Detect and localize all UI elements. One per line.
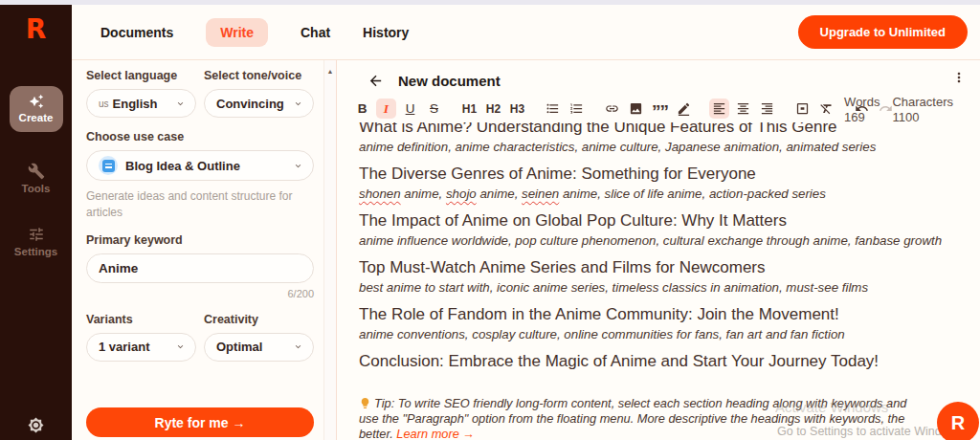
heading1-button[interactable]: H1 <box>459 99 479 119</box>
write-settings-panel: Select language Select tone/voice us Eng… <box>72 60 323 440</box>
keyword-label: Primary keyword <box>86 233 314 247</box>
more-options-icon[interactable] <box>951 70 967 85</box>
document-stats: Words169 Characters1100 <box>844 95 953 125</box>
doc-heading[interactable]: The Impact of Anime on Global Pop Cultur… <box>359 210 962 231</box>
heading2-button[interactable]: H2 <box>483 99 503 119</box>
numbered-list-icon[interactable] <box>567 99 587 119</box>
doc-keywords-line[interactable]: anime conventions, cosplay culture, onli… <box>359 326 962 343</box>
sun-icon <box>28 417 44 433</box>
lightbulb-icon <box>359 397 371 409</box>
doc-heading[interactable]: The Role of Fandom in the Anime Communit… <box>359 304 962 325</box>
usecase-label: Choose use case <box>86 130 314 143</box>
theme-toggle[interactable] <box>0 417 72 433</box>
creativity-label: Creativity <box>204 313 314 326</box>
tone-value: Convincing <box>216 97 284 111</box>
sidebar-item-tools[interactable]: Tools <box>10 155 63 203</box>
sliders-icon <box>28 226 45 243</box>
document-content[interactable]: What is Anime? Understanding the Unique … <box>359 122 962 373</box>
document-title[interactable]: New document <box>398 73 501 89</box>
image-icon[interactable] <box>626 99 646 119</box>
creativity-value: Optimal <box>216 340 262 354</box>
creativity-select[interactable]: Optimal <box>204 333 314 362</box>
keyword-counter: 6/200 <box>86 288 314 299</box>
keyword-input[interactable] <box>86 253 314 283</box>
align-right-icon[interactable] <box>757 99 777 119</box>
chevron-down-icon <box>293 99 303 109</box>
doc-heading[interactable]: The Diverse Genres of Anime: Something f… <box>359 164 962 185</box>
learn-more-link[interactable]: Learn more → <box>396 427 475 440</box>
usecase-help-text: Generate ideas and content structure for… <box>86 188 314 221</box>
underline-button[interactable]: U <box>400 99 420 119</box>
tab-chat[interactable]: Chat <box>301 25 330 40</box>
upgrade-button[interactable]: Upgrade to Unlimited <box>798 15 968 49</box>
doc-keywords-line[interactable]: shonen anime, shojo anime, seinen anime,… <box>359 186 962 203</box>
align-center-icon[interactable] <box>733 99 753 119</box>
tone-label: Select tone/voice <box>204 69 314 82</box>
top-navigation: Documents Write Chat History Upgrade to … <box>72 5 980 60</box>
sidebar-item-label: Settings <box>14 246 57 257</box>
language-value: English <box>113 97 158 111</box>
usecase-select[interactable]: Blog Idea & Outline <box>86 150 314 181</box>
link-icon[interactable] <box>602 99 622 119</box>
back-arrow-icon[interactable] <box>368 73 384 89</box>
language-label: Select language <box>86 69 196 82</box>
doc-keywords-line[interactable]: anime definition, anime characteristics,… <box>359 139 962 156</box>
scroll-up-arrow-icon: ▲ <box>327 68 334 75</box>
strikethrough-button[interactable]: S <box>424 99 444 119</box>
sidebar: R Create Tools Settings <box>0 5 72 440</box>
language-select[interactable]: us English <box>86 89 196 118</box>
embed-box-icon[interactable] <box>792 99 813 119</box>
language-flag: us <box>99 99 109 109</box>
tab-documents[interactable]: Documents <box>100 25 173 40</box>
wrench-icon <box>28 163 45 180</box>
sparkles-icon <box>29 94 44 109</box>
bold-button[interactable]: B <box>352 99 372 119</box>
highlight-pen-icon[interactable] <box>674 99 694 119</box>
doc-heading[interactable]: What is Anime? Understanding the Unique … <box>359 122 962 138</box>
chevron-down-icon <box>175 99 186 109</box>
panel-scrollbar[interactable]: ▲ <box>323 60 337 440</box>
doc-keywords-line[interactable]: best anime to start with, iconic anime s… <box>359 279 962 297</box>
character-count: Characters1100 <box>892 95 953 125</box>
tone-select[interactable]: Convincing <box>204 89 314 118</box>
align-left-icon[interactable] <box>709 99 729 119</box>
tab-history[interactable]: History <box>363 25 409 40</box>
bullet-list-icon[interactable] <box>543 99 563 119</box>
clear-format-icon[interactable] <box>816 99 836 119</box>
variants-value: 1 variant <box>99 340 149 354</box>
heading3-button[interactable]: H3 <box>507 99 527 119</box>
blog-outline-icon <box>99 156 118 175</box>
sidebar-item-settings[interactable]: Settings <box>10 218 63 266</box>
chevron-down-icon <box>175 341 186 352</box>
rytr-chat-widget[interactable]: R <box>937 402 979 440</box>
doc-heading[interactable]: Conclusion: Embrace the Magic of Anime a… <box>359 351 962 372</box>
seo-tip: Tip: To write SEO friendly long-form con… <box>359 396 922 440</box>
chevron-down-icon <box>293 161 303 171</box>
doc-heading[interactable]: Top Must-Watch Anime Series and Films fo… <box>359 257 962 278</box>
ryte-for-me-button[interactable]: Ryte for me → <box>86 407 314 437</box>
chevron-down-icon <box>293 341 303 352</box>
blockquote-icon[interactable]: ”” <box>650 99 670 119</box>
word-count: Words169 <box>844 95 880 125</box>
arrow-right-icon: → <box>232 415 245 430</box>
sidebar-item-label: Tools <box>22 183 51 194</box>
editor-area: New document B I U S H1 H2 H3 ”” Words16… <box>337 60 980 440</box>
rytr-logo[interactable]: R <box>26 13 47 45</box>
doc-keywords-line[interactable]: anime influence worldwide, pop culture p… <box>359 232 962 250</box>
sidebar-item-create[interactable]: Create <box>10 86 63 132</box>
italic-button[interactable]: I <box>376 99 396 119</box>
usecase-value: Blog Idea & Outline <box>125 159 240 173</box>
sidebar-item-label: Create <box>19 112 54 123</box>
variants-select[interactable]: 1 variant <box>86 333 196 362</box>
variants-label: Variants <box>86 313 196 326</box>
tab-write[interactable]: Write <box>206 18 268 47</box>
